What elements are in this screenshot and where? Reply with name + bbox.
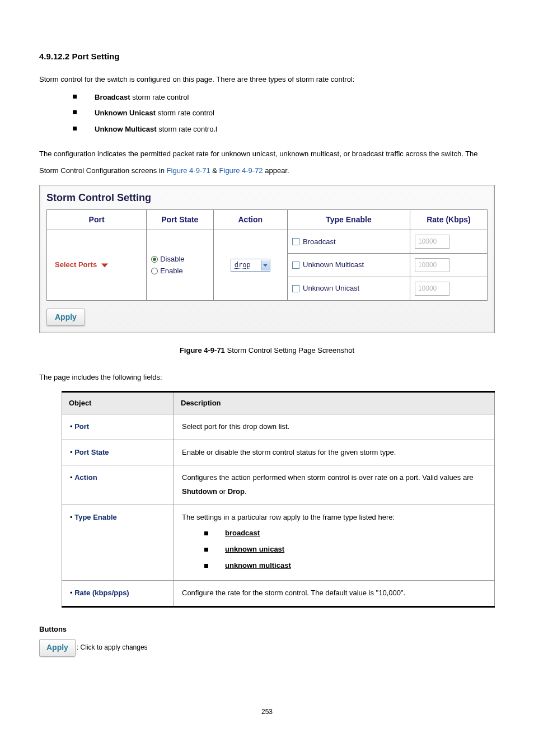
storm-control-screenshot: Storm Control Setting Port Port State Ac…	[39, 185, 495, 334]
action-dropdown[interactable]: drop	[231, 259, 270, 272]
checkbox-label: Broadcast	[303, 237, 336, 247]
action-value: drop	[231, 259, 261, 271]
apply-description: : Click to apply changes	[77, 644, 148, 652]
col-port: Port	[47, 209, 147, 230]
section-number: 4.9.12.2	[39, 52, 69, 61]
dropdown-button[interactable]	[261, 260, 270, 270]
list-item: Broadcast storm rate control	[73, 92, 495, 102]
rate-input-broadcast[interactable]: 10000	[415, 235, 449, 249]
square-bullet-icon	[204, 564, 208, 568]
col-description: Description	[174, 391, 495, 414]
square-bullet-icon	[204, 531, 208, 535]
figure-link[interactable]: Figure 4-9-71	[167, 166, 210, 175]
col-rate: Rate (Kbps)	[410, 209, 487, 230]
checkbox-label: Unknown Unicast	[303, 283, 359, 293]
object-label: Action	[74, 473, 97, 482]
square-bullet-icon	[204, 548, 208, 552]
chevron-down-icon	[263, 264, 268, 267]
list-item: Unknown Unicast storm rate control	[73, 108, 495, 118]
description-table: Object Description • Port Select port fo…	[62, 391, 495, 608]
fields-intro: The page includes the following fields:	[39, 372, 495, 382]
figure-caption: Figure 4-9-71 Storm Control Setting Page…	[39, 346, 495, 356]
object-label: Rate (kbps/pps)	[74, 589, 129, 597]
intro-text: Storm control for the switch is configur…	[39, 74, 495, 85]
object-description: Select port for this drop down list.	[174, 414, 495, 440]
object-label: Type Enable	[74, 513, 117, 521]
select-ports-label: Select Ports	[55, 260, 97, 270]
table-row: • Type Enable The settings in a particul…	[62, 505, 495, 581]
rate-input-unknown-multicast[interactable]: 10000	[415, 258, 449, 272]
square-bullet-icon	[73, 95, 77, 99]
section-title-text: Port Setting	[72, 52, 119, 61]
square-bullet-icon	[73, 110, 77, 114]
storm-settings-table: Port Port State Action Type Enable Rate …	[46, 209, 488, 301]
list-item-text: Unknow Multicast storm rate contro.l	[95, 124, 217, 134]
figure-link[interactable]: Figure 4-9-72	[219, 166, 263, 175]
checkbox-label: Unknown Multicast	[303, 260, 364, 270]
table-row: • Rate (kbps/pps) Configure the rate for…	[62, 581, 495, 607]
list-item: unknown unicast	[204, 543, 486, 557]
radio-label: Enable	[160, 266, 182, 276]
table-row: • Action Configures the action performed…	[62, 465, 495, 505]
radio-disable[interactable]: Disable	[151, 254, 208, 264]
buttons-heading: Buttons	[39, 624, 495, 634]
list-item: Unknow Multicast storm rate contro.l	[73, 124, 495, 134]
object-description: Configure the rate for the storm control…	[174, 581, 495, 607]
radio-enable[interactable]: Enable	[151, 266, 208, 276]
chevron-down-icon	[101, 263, 108, 268]
col-type-enable: Type Enable	[288, 209, 410, 230]
config-paragraph: The configuration indicates the permitte…	[39, 146, 495, 179]
select-ports-dropdown[interactable]: Select Ports	[55, 260, 108, 270]
object-description: Enable or disable the storm control stat…	[174, 440, 495, 465]
square-bullet-icon	[73, 127, 77, 130]
storm-type-list: Broadcast storm rate control Unknown Uni…	[73, 92, 495, 134]
page-number: 253	[39, 707, 495, 717]
list-item: broadcast	[204, 526, 486, 540]
table-row: • Port State Enable or disable the storm…	[62, 440, 495, 465]
radio-label: Disable	[160, 254, 184, 264]
col-object: Object	[62, 391, 174, 414]
apply-button[interactable]: Apply	[46, 309, 85, 326]
checkbox-broadcast[interactable]	[292, 238, 299, 245]
object-description: The settings in a particular row apply t…	[174, 505, 495, 581]
checkbox-unknown-unicast[interactable]	[292, 285, 299, 292]
buttons-row: Apply: Click to apply changes	[39, 639, 495, 657]
object-description: Configures the action performed when sto…	[174, 465, 495, 505]
col-port-state: Port State	[147, 209, 213, 230]
list-item-text: Unknown Unicast storm rate control	[95, 108, 214, 118]
rate-input-unknown-unicast[interactable]: 10000	[415, 282, 449, 296]
col-action: Action	[213, 209, 288, 230]
apply-button[interactable]: Apply	[39, 639, 76, 657]
checkbox-unknown-multicast[interactable]	[292, 262, 299, 269]
section-heading: 4.9.12.2 Port Setting	[39, 50, 495, 62]
object-label: Port	[74, 422, 89, 431]
object-label: Port State	[74, 448, 109, 456]
panel-title: Storm Control Setting	[46, 191, 488, 205]
list-item: unknown multicast	[204, 559, 486, 573]
radio-icon	[151, 256, 158, 263]
table-row: • Port Select port for this drop down li…	[62, 414, 495, 440]
radio-icon	[151, 268, 158, 274]
list-item-text: Broadcast storm rate control	[95, 92, 189, 102]
